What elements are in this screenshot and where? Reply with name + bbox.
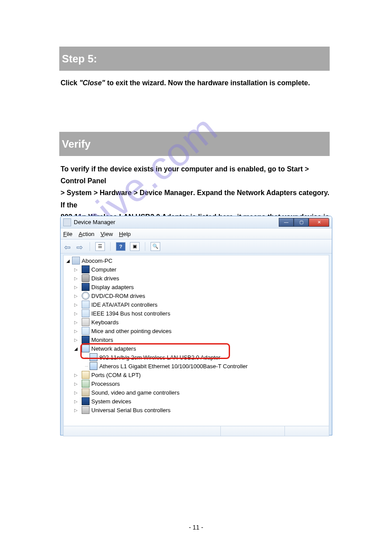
device-category-icon [82,318,90,326]
t: elp [123,231,130,237]
tree-label: Mice and other pointing devices [91,328,172,334]
tree-label: Atheros L1 Gigabit Ethernet 10/100/1000B… [99,363,248,370]
tree-item-network-adapters[interactable]: Network adapters [65,344,329,353]
tree-item[interactable]: Display adapters [65,283,329,291]
title-bar[interactable]: Device Manager — ▢ ✕ [61,216,332,228]
tree-item[interactable]: Keyboards [65,318,329,326]
app-icon [63,218,71,226]
t: to exit the wizard. Now the hardware ins… [105,79,310,87]
network-adapters-icon [82,345,90,352]
expander-icon[interactable] [73,337,78,342]
tree-item-ethernet-adapter[interactable]: ···· Atheros L1 Gigabit Ethernet 10/100/… [65,362,329,370]
window-buttons: — ▢ ✕ [279,218,329,227]
tree-item[interactable]: Computer [65,265,329,274]
t: ile [67,231,72,237]
tree-label: IEEE 1394 Bus host controllers [91,310,170,317]
expander-icon[interactable] [73,311,78,316]
expander-icon[interactable] [73,390,78,395]
tree-item[interactable]: Sound, video and game controllers [65,388,329,397]
device-category-icon [82,336,90,344]
tree-label: Processors [91,381,120,387]
device-category-icon [82,274,90,282]
tree-item[interactable]: DVD/CD-ROM drives [65,291,329,300]
t: To verify if the device exists in your c… [61,165,287,173]
close-button[interactable]: ✕ [309,218,329,227]
toolbar-button-1[interactable]: ☰ [95,242,105,251]
page-number: - 11 - [0,524,392,531]
tree-label: System devices [91,398,131,405]
expander-icon[interactable] [73,408,78,413]
device-category-icon [82,327,90,335]
device-category-icon [82,309,90,317]
back-icon[interactable] [64,243,72,250]
tree-item[interactable]: Mice and other pointing devices [65,326,329,335]
menu-view[interactable]: View [101,231,113,237]
tree-item[interactable]: System devices [65,397,329,406]
separator [90,242,90,251]
toolbar: ☰ ? ▣ 🔍 [61,239,332,254]
tree-label: 802.11n/b/g 2cm Wireless LAN USB2.0 Adap… [99,354,220,361]
menu-file[interactable]: File [63,231,72,237]
expander-icon[interactable] [73,276,78,281]
tree-label: Universal Serial Bus controllers [91,407,171,414]
expander-icon[interactable] [73,285,78,290]
menu-action[interactable]: Action [79,231,94,237]
expander-icon[interactable] [73,294,78,298]
device-category-icon [82,397,90,405]
tree-root[interactable]: Abocom-PC [65,256,329,265]
device-category-icon [82,380,90,388]
status-cell [64,426,220,436]
device-category-icon [82,283,90,291]
tree-item[interactable]: IEEE 1394 Bus host controllers [65,309,329,318]
computer-icon [72,257,80,265]
expander-icon[interactable] [73,320,78,325]
device-category-icon [82,406,90,414]
expander-icon[interactable] [73,302,78,307]
expander-icon[interactable] [65,258,70,263]
t: > System > Hardware > Device Manager [61,189,193,196]
tree-item[interactable]: Universal Serial Bus controllers [65,406,329,414]
toolbar-button-2[interactable]: ▣ [130,242,140,251]
maximize-button[interactable]: ▢ [294,218,309,227]
tree-label: Network adapters [91,345,136,352]
expander-icon[interactable] [73,267,78,272]
expander-icon[interactable] [73,329,78,334]
minimize-button[interactable]: — [279,218,294,227]
device-manager-window: Device Manager — ▢ ✕ File Action View He… [60,216,332,435]
t: ction [83,231,94,237]
network-adapter-icon [90,362,97,370]
window-title: Device Manager [74,219,276,225]
device-category-icon [82,301,90,308]
tree-item-wireless-adapter[interactable]: ···· 802.11n/b/g 2cm Wireless LAN USB2.0… [65,353,329,362]
section-step5-heading: Step 5: [59,47,330,71]
tree-label: DVD/CD-ROM drives [91,293,145,299]
tree-label: Display adapters [91,284,134,290]
status-bar [63,426,329,436]
root-label: Abocom-PC [82,258,112,264]
tree-item[interactable]: Ports (COM & LPT) [65,370,329,379]
menu-help[interactable]: Help [119,231,131,237]
tree-label: Disk drives [91,275,119,282]
scan-hardware-icon[interactable]: 🔍 [151,242,160,251]
expander-icon[interactable] [73,373,78,377]
section-verify-heading: Verify [59,132,330,156]
help-icon[interactable]: ? [116,242,126,251]
expander-icon[interactable] [73,346,78,351]
tree-item[interactable]: Processors [65,379,329,388]
t: . Expand the [193,189,237,196]
forward-icon[interactable] [76,243,84,250]
t: Network Adapters [237,189,297,196]
tree-label: Keyboards [91,319,119,326]
device-category-icon [82,292,90,300]
device-category-icon [82,388,90,396]
tree-item[interactable]: Disk drives [65,274,329,283]
separator [110,242,111,251]
tree-connector: ···· [85,355,88,360]
tree-item[interactable]: Monitors [65,335,329,344]
expander-icon[interactable] [73,381,78,386]
device-tree[interactable]: Abocom-PC ComputerDisk drivesDisplay ada… [63,255,329,426]
device-category-icon [82,371,90,379]
expander-icon[interactable] [73,399,78,404]
tree-label: Ports (COM & LPT) [91,372,141,378]
tree-item[interactable]: IDE ATA/ATAPI controllers [65,300,329,309]
